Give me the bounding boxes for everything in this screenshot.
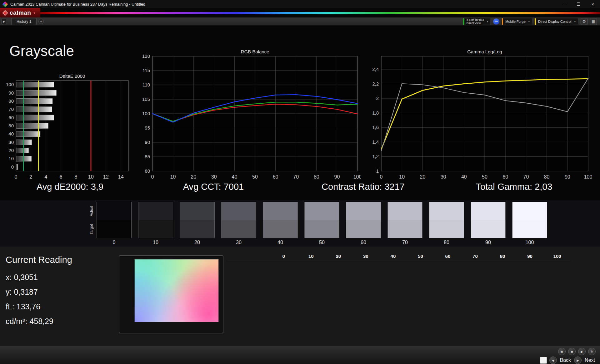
- minimize-button[interactable]: –: [557, 0, 571, 8]
- close-button[interactable]: ×: [586, 0, 600, 8]
- play-button[interactable]: ▶: [578, 348, 586, 355]
- next-button[interactable]: ▶: [574, 357, 582, 364]
- logo-bar: calman ▾: [0, 8, 600, 17]
- swatch-strip-row: 0102030405060708090100: [97, 202, 547, 245]
- svg-text:10: 10: [88, 174, 94, 180]
- svg-text:0: 0: [15, 174, 18, 180]
- maximize-button[interactable]: [571, 0, 586, 8]
- transport-controls: ◉ ■ ▶ ↻ ◀ Back ▶ Next: [540, 348, 596, 364]
- add-tab-button[interactable]: +: [38, 19, 44, 24]
- meter-mode: Direct View: [467, 22, 484, 25]
- grayscale-swatch: 100: [512, 202, 547, 245]
- back-icon: ◀: [552, 359, 554, 362]
- svg-text:100: 100: [142, 111, 150, 116]
- svg-text:20: 20: [191, 174, 196, 180]
- swatch-label: 40: [278, 240, 283, 245]
- workspace-button[interactable]: ▦: [590, 18, 597, 25]
- table-header-row: 0102030405060708090100: [226, 252, 571, 261]
- svg-text:0: 0: [11, 164, 14, 170]
- svg-text:1,8: 1,8: [372, 110, 379, 116]
- svg-text:0: 0: [380, 174, 383, 180]
- svg-text:100: 100: [6, 82, 14, 87]
- svg-text:Gamma Log/Log: Gamma Log/Log: [467, 49, 502, 54]
- settings-button[interactable]: ⚙: [581, 18, 588, 25]
- swatch-label: 100: [526, 240, 534, 245]
- cie-plot: [134, 259, 219, 322]
- table-column-header: 40: [379, 252, 407, 261]
- svg-text:80: 80: [145, 168, 150, 174]
- meter-options-icon[interactable]: •••: [493, 18, 499, 25]
- svg-text:RGB Balance: RGB Balance: [241, 49, 269, 54]
- grayscale-swatch: 40: [263, 202, 298, 245]
- source-dropdown[interactable]: Mobile Forge ▾: [502, 18, 532, 25]
- maximize-icon: [577, 2, 580, 6]
- swatch-actual: [263, 202, 298, 220]
- svg-text:105: 105: [142, 96, 150, 102]
- svg-text:4: 4: [45, 174, 48, 180]
- table-column-header: 60: [434, 252, 462, 261]
- svg-text:100: 100: [353, 174, 361, 180]
- swatch-box: [304, 202, 339, 238]
- svg-text:120: 120: [142, 53, 150, 59]
- back-button[interactable]: ◀: [549, 357, 557, 364]
- reading-x: x: 0,3051: [6, 273, 38, 282]
- svg-text:0: 0: [151, 174, 154, 180]
- swatch-box: [97, 202, 132, 238]
- swatch-target: [512, 220, 547, 238]
- deltae-2000-chart: DeltaE 200002468101214100908070605040302…: [2, 74, 134, 183]
- record-icon: ◉: [561, 350, 563, 353]
- pattern-window-button[interactable]: [540, 357, 547, 364]
- next-label[interactable]: Next: [585, 357, 595, 363]
- swatch-target: [429, 220, 464, 238]
- svg-text:85: 85: [145, 154, 150, 159]
- run-button[interactable]: ▶: [1, 19, 7, 24]
- tab-history-1[interactable]: History 1: [11, 18, 37, 25]
- display-control-dropdown[interactable]: Direct Display Control ▾: [535, 18, 578, 25]
- svg-text:1,6: 1,6: [372, 125, 379, 130]
- svg-text:2,2: 2,2: [372, 81, 379, 86]
- calman-window: Calman 2023 Calman Ultimate for Business…: [0, 0, 600, 364]
- meter-dropdown[interactable]: X-Rite i1Pro 3 Direct View ▾: [463, 18, 491, 25]
- svg-text:20: 20: [420, 174, 426, 180]
- svg-text:1,4: 1,4: [372, 139, 379, 145]
- swatch-label: 50: [319, 240, 325, 245]
- cie-chart-panel: [119, 255, 223, 333]
- stat-avg-de2000: Avg dE2000: 3,9: [37, 182, 103, 192]
- swatch-actual: [138, 202, 173, 220]
- refresh-button[interactable]: ↻: [588, 348, 596, 355]
- grayscale-swatch: 90: [471, 202, 506, 245]
- swatch-box: [138, 202, 173, 238]
- titlebar: Calman 2023 Calman Ultimate for Business…: [0, 0, 600, 8]
- meter-name: X-Rite i1Pro 3: [467, 18, 484, 22]
- reading-fl: fL: 133,76: [6, 302, 40, 311]
- stat-total-gamma: Total Gamma: 2,03: [476, 182, 552, 192]
- stat-avg-cct: Avg CCT: 7001: [183, 182, 244, 192]
- svg-text:14: 14: [118, 174, 124, 180]
- svg-text:115: 115: [142, 68, 150, 73]
- record-button[interactable]: ◉: [558, 348, 566, 355]
- svg-text:90: 90: [8, 90, 14, 96]
- page-title: Grayscale: [9, 42, 74, 59]
- next-icon: ▶: [577, 359, 579, 362]
- chevron-down-icon: ▾: [33, 11, 35, 15]
- stat-contrast-ratio: Contrast Ratio: 3217: [322, 182, 405, 192]
- stop-button[interactable]: ■: [568, 348, 576, 355]
- table-column-header: 90: [516, 252, 544, 261]
- swatch-actual: [222, 202, 256, 220]
- svg-text:100: 100: [584, 174, 592, 180]
- calman-logo-menu[interactable]: calman ▾: [0, 8, 40, 17]
- svg-text:50: 50: [8, 123, 14, 128]
- gear-icon: ⚙: [582, 19, 586, 24]
- svg-text:50: 50: [482, 174, 488, 180]
- svg-text:2: 2: [30, 174, 32, 180]
- window-title: Calman 2023 Calman Ultimate for Business…: [10, 2, 145, 7]
- stop-icon: ■: [571, 350, 573, 353]
- chevron-down-icon: ▾: [528, 20, 530, 23]
- back-label[interactable]: Back: [560, 357, 571, 363]
- swatch-box: [346, 202, 381, 238]
- table-column-header: 100: [543, 252, 571, 261]
- svg-text:10: 10: [399, 174, 405, 180]
- swatch-target: [346, 220, 381, 238]
- window-controls: – ×: [557, 0, 600, 8]
- grayscale-swatch: 70: [388, 202, 422, 245]
